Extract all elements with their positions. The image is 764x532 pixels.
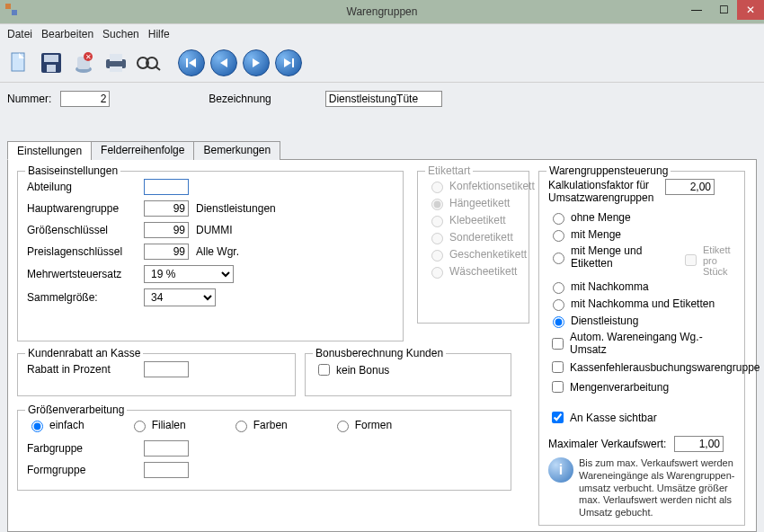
farbgruppe-input[interactable] xyxy=(144,440,189,457)
menu-suchen[interactable]: Suchen xyxy=(102,28,139,40)
radio-dienstleistung[interactable] xyxy=(553,316,564,328)
new-icon[interactable] xyxy=(5,49,32,76)
svg-rect-12 xyxy=(110,54,122,61)
close-button[interactable]: ✕ xyxy=(737,0,764,20)
svg-marker-19 xyxy=(220,58,227,67)
svg-rect-2 xyxy=(12,53,24,71)
svg-marker-21 xyxy=(284,58,291,67)
bezeichnung-label: Bezeichnung xyxy=(209,93,271,105)
minimize-button[interactable]: — xyxy=(683,0,710,20)
nummer-input[interactable] xyxy=(60,91,110,107)
svg-rect-13 xyxy=(110,66,122,72)
radio-mit-nachkomma-etiketten[interactable] xyxy=(553,299,564,311)
radio-filialen[interactable] xyxy=(134,421,146,432)
radio-waesche xyxy=(431,267,443,279)
radio-mit-menge-etiketten[interactable] xyxy=(553,253,564,264)
mengenverarbeitung-checkbox[interactable] xyxy=(552,381,564,393)
menu-datei[interactable]: Datei xyxy=(7,28,32,40)
radio-mit-menge[interactable] xyxy=(553,230,564,242)
nav-last-icon[interactable] xyxy=(275,49,302,76)
radio-ohne-menge[interactable] xyxy=(553,213,564,225)
nav-first-icon[interactable] xyxy=(178,49,205,76)
nummer-label: Nummer: xyxy=(7,93,51,105)
group-basiseinstellungen: Basiseinstellungen Abteilung Hauptwareng… xyxy=(17,171,404,341)
group-groessenverarbeitung: Größenverarbeitung einfach Filialen Farb… xyxy=(17,410,511,491)
nav-next-icon[interactable] xyxy=(243,49,270,76)
titlebar: Warengruppen — ☐ ✕ xyxy=(0,0,764,23)
group-steuerung: Warengruppensteuerung Kalkulationsfaktor… xyxy=(538,171,745,526)
svg-marker-18 xyxy=(189,58,196,67)
svg-rect-6 xyxy=(47,65,56,72)
radio-farben[interactable] xyxy=(235,421,247,432)
nav-prev-icon[interactable] xyxy=(210,49,237,76)
rabatt-input[interactable] xyxy=(144,361,189,377)
print-icon[interactable] xyxy=(102,49,129,76)
kalkulationsfaktor-input[interactable] xyxy=(665,179,715,195)
radio-konfektion xyxy=(431,182,443,193)
tab-bemerkungen[interactable]: Bemerkungen xyxy=(193,141,280,160)
svg-rect-0 xyxy=(5,4,11,9)
radio-geschenk xyxy=(431,250,443,262)
group-kundenrabatt: Kundenrabatt an Kasse Rabatt in Prozent xyxy=(17,353,296,396)
app-icon xyxy=(5,4,18,16)
menu-bearbeiten[interactable]: Bearbeiten xyxy=(41,28,93,40)
menu-hilfe[interactable]: Hilfe xyxy=(148,28,170,40)
svg-marker-20 xyxy=(253,58,260,67)
bezeichnung-input[interactable] xyxy=(325,91,442,107)
autom-wareneingang-checkbox[interactable] xyxy=(552,338,564,350)
etikett-pro-stueck-checkbox xyxy=(685,254,697,266)
svg-rect-17 xyxy=(186,58,188,67)
groessenschluessel-input[interactable] xyxy=(144,222,189,238)
toolbar: ✕ xyxy=(0,43,764,83)
svg-text:✕: ✕ xyxy=(85,53,92,61)
delete-icon[interactable]: ✕ xyxy=(70,49,97,76)
group-bonus: Bonusberechnung Kunden kein Bonus xyxy=(305,353,511,396)
tab-einstellungen[interactable]: Einstellungen xyxy=(7,141,92,160)
kein-bonus-checkbox[interactable] xyxy=(318,364,330,376)
tab-felderreihenfolge[interactable]: Felderreihenfolge xyxy=(91,141,194,160)
radio-mit-nachkomma[interactable] xyxy=(553,282,564,294)
kassenfehler-checkbox[interactable] xyxy=(552,361,564,373)
radio-formen[interactable] xyxy=(337,421,349,432)
abteilung-input[interactable] xyxy=(144,179,189,195)
group-etikettart: Etikettart Konfektionsetikett Hängeetike… xyxy=(417,171,529,324)
radio-sonder xyxy=(431,233,443,244)
tab-body: Basiseinstellungen Abteilung Hauptwareng… xyxy=(7,159,757,532)
svg-line-16 xyxy=(155,66,160,70)
svg-rect-5 xyxy=(44,55,58,62)
window-title: Warengruppen xyxy=(347,5,418,18)
search-icon[interactable] xyxy=(135,49,162,76)
an-kasse-checkbox[interactable] xyxy=(552,412,564,423)
svg-rect-1 xyxy=(12,10,17,15)
hauptwarengruppe-input[interactable] xyxy=(144,200,189,217)
radio-haenge xyxy=(431,199,443,210)
mwst-select[interactable]: 19 % xyxy=(144,265,234,283)
maximize-button[interactable]: ☐ xyxy=(710,0,737,20)
info-icon: i xyxy=(548,457,573,483)
radio-klebe xyxy=(431,216,443,227)
formgruppe-input[interactable] xyxy=(144,462,189,478)
svg-rect-22 xyxy=(292,58,294,67)
preislagenschluessel-input[interactable] xyxy=(144,244,189,260)
tab-strip: Einstellungen Felderreihenfolge Bemerkun… xyxy=(7,141,757,160)
save-icon[interactable] xyxy=(38,49,65,76)
info-text: Bis zum max. Verkaufswert werden Warenei… xyxy=(579,457,735,519)
radio-einfach[interactable] xyxy=(31,421,43,432)
menubar: Datei Bearbeiten Suchen Hilfe xyxy=(0,23,764,43)
max-verkaufswert-input[interactable] xyxy=(674,436,724,452)
sammelgroesse-select[interactable]: 34 xyxy=(144,288,216,306)
